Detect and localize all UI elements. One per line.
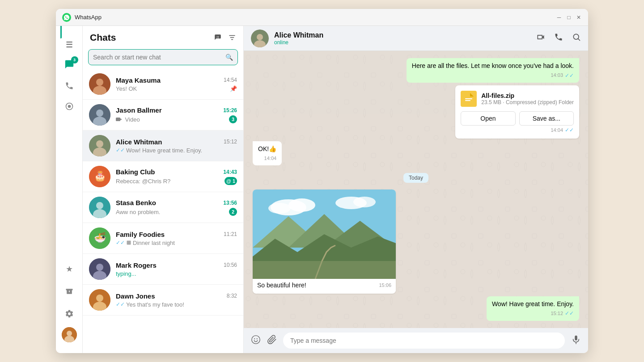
avatar-baking: 🎂	[89, 166, 110, 187]
svg-text:🍜: 🍜	[94, 232, 106, 244]
msg-3: OK!👍 14:04	[253, 141, 282, 165]
tick-icon-dawn: ✓✓	[116, 301, 125, 307]
svg-rect-12	[116, 118, 120, 121]
chat-time-dawn: 8:32	[227, 293, 237, 299]
sidebar-item-calls[interactable]	[60, 77, 78, 95]
svg-marker-13	[120, 118, 122, 120]
svg-point-54	[252, 335, 260, 343]
attach-button[interactable]	[267, 335, 277, 347]
msg-3-time: 14:04	[264, 155, 277, 162]
chat-item-jason[interactable]: Jason Ballmer 15:26 Video 3	[83, 100, 243, 130]
chat-item-mark[interactable]: Mark Rogers 10:56 typing...	[83, 254, 243, 285]
mountain-image	[253, 189, 396, 279]
svg-point-26	[96, 264, 103, 271]
sidebar-item-starred[interactable]: ★	[60, 260, 78, 278]
chat-item-baking[interactable]: 🎂 Baking Club 14:43 Rebecca: @Chris R? @…	[83, 161, 243, 192]
window-controls: ─ □ ✕	[556, 14, 582, 21]
msg-1-tick: ✓✓	[565, 72, 574, 80]
main-area: ☰ 3 ★	[56, 26, 588, 353]
sidebar-item-archive[interactable]	[60, 282, 78, 300]
file-actions: Open Save as...	[461, 111, 574, 126]
svg-point-46	[268, 203, 291, 214]
sidebar-bottom: ★	[60, 260, 78, 348]
msg-1-meta: 14:03 ✓✓	[412, 72, 574, 80]
conv-name: Alice Whitman	[274, 31, 531, 39]
audio-call-button[interactable]	[554, 33, 563, 44]
pin-icon-maya: 📌	[230, 85, 237, 92]
sidebar-item-menu[interactable]: ☰	[60, 36, 78, 54]
sidebar-item-settings[interactable]	[60, 305, 78, 323]
chat-item-alice[interactable]: Alice Whitman 15:12 ✓✓ Wow! Have great t…	[83, 130, 243, 161]
chat-item-family[interactable]: 🍜 Family Foodies 11:21 ✓✓ Dinner last ni…	[83, 223, 243, 254]
avatar-maya	[89, 73, 110, 95]
avatar-dawn	[89, 289, 110, 311]
chat-time-mark: 10:56	[224, 262, 237, 268]
emoji-button[interactable]	[251, 335, 261, 347]
svg-point-45	[288, 198, 315, 212]
conv-avatar[interactable]	[251, 29, 269, 47]
chat-time-stasa: 13:56	[223, 200, 237, 206]
heart-reaction[interactable]: ❤️	[256, 292, 270, 293]
chat-preview-mark: typing...	[116, 270, 237, 277]
avatar-stasa	[89, 197, 110, 218]
svg-point-29	[96, 295, 103, 302]
img-time: 15:06	[379, 282, 391, 288]
file-info-row: All-files.zip 23.5 MB · Compressed (zipp…	[461, 91, 574, 107]
chat-item-stasa[interactable]: Stasa Benko 13:56 Aww no problem. 2	[83, 192, 243, 223]
chat-name-baking: Baking Club	[116, 168, 155, 176]
search-input-wrap: 🔍	[88, 49, 238, 65]
chat-item-dawn[interactable]: Dawn Jones 8:32 ✓✓ Yes that's my fave to…	[83, 285, 243, 316]
chat-name-stasa: Stasa Benko	[116, 199, 156, 206]
tick-icon-family: ✓✓	[116, 240, 125, 246]
chat-preview-stasa: Aww no problem.	[116, 209, 229, 215]
msg-6-tick: ✓✓	[565, 310, 574, 317]
search-input[interactable]	[93, 54, 225, 61]
chat-badge-stasa: 2	[229, 208, 237, 216]
svg-point-55	[254, 338, 255, 339]
minimize-button[interactable]: ─	[556, 14, 562, 21]
svg-point-4	[67, 331, 72, 336]
msg-6-text: Wow! Have great time. Enjoy.	[492, 300, 574, 307]
svg-point-10	[96, 109, 103, 117]
close-button[interactable]: ✕	[576, 14, 582, 21]
msg-2-tick: ✓✓	[565, 127, 574, 133]
avatar-jason	[89, 104, 110, 126]
video-call-button[interactable]	[536, 33, 545, 44]
svg-point-7	[96, 79, 103, 86]
app-title: WhatsApp	[75, 14, 556, 21]
msg-1-text: Here are all the files. Let me know once…	[412, 62, 574, 69]
open-file-button[interactable]: Open	[461, 111, 515, 126]
chat-name-family: Family Foodies	[116, 231, 165, 238]
search-messages-button[interactable]	[572, 33, 581, 44]
maximize-button[interactable]: □	[566, 14, 572, 21]
msg-5-image: So beautiful here! 15:06 ❤️	[253, 189, 396, 293]
chat-info-alice: Alice Whitman 15:12 ✓✓ Wow! Have great t…	[116, 138, 237, 154]
chat-preview-baking: Rebecca: @Chris R?	[116, 178, 225, 185]
voice-button[interactable]	[571, 335, 581, 347]
sidebar-item-chats[interactable]: 3	[60, 56, 78, 74]
input-bar	[244, 328, 588, 353]
conv-header-info[interactable]: Alice Whitman online	[274, 31, 531, 46]
conv-header-actions	[536, 33, 581, 44]
chat-item-maya[interactable]: Maya Kasuma 14:54 Yes! OK 📌	[83, 69, 243, 100]
message-input[interactable]	[283, 333, 565, 349]
chat-info-stasa: Stasa Benko 13:56 Aww no problem. 2	[116, 199, 237, 216]
title-bar: WhatsApp ─ □ ✕	[56, 9, 588, 26]
img-caption-row: So beautiful here! 15:06	[253, 279, 396, 291]
chat-list-title: Chats	[90, 32, 116, 43]
filter-button[interactable]	[228, 34, 236, 42]
app-window: WhatsApp ─ □ ✕ ☰ 3	[56, 9, 588, 353]
chat-name-mark: Mark Rogers	[116, 261, 157, 269]
msg-2-file: All-files.zip 23.5 MB · Compressed (zipp…	[455, 85, 579, 139]
chat-preview-jason: Video	[116, 116, 229, 123]
svg-rect-53	[253, 261, 396, 279]
chat-preview-maya: Yes! OK	[116, 85, 230, 92]
chats-badge: 3	[71, 56, 78, 63]
new-chat-button[interactable]	[214, 34, 222, 42]
msg-6-meta: 15:12 ✓✓	[492, 310, 574, 317]
save-file-button[interactable]: Save as...	[519, 111, 574, 126]
avatar-family: 🍜	[89, 227, 110, 249]
svg-line-38	[578, 39, 580, 41]
user-avatar[interactable]	[62, 327, 77, 342]
sidebar-item-status[interactable]	[60, 97, 78, 115]
